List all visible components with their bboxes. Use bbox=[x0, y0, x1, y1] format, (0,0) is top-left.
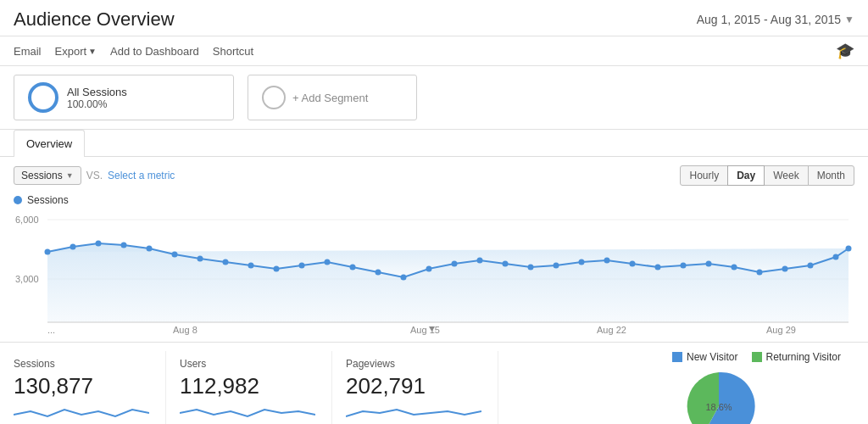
chart-legend: Sessions bbox=[14, 189, 854, 208]
svg-text:Aug 22: Aug 22 bbox=[597, 325, 626, 335]
hourly-button[interactable]: Hourly bbox=[680, 165, 728, 186]
page-title: Audience Overview bbox=[14, 8, 175, 31]
users-wave bbox=[180, 404, 315, 421]
pageviews-wave bbox=[346, 404, 481, 421]
date-range-arrow-icon[interactable]: ▼ bbox=[844, 14, 854, 25]
svg-point-16 bbox=[223, 259, 229, 265]
svg-point-27 bbox=[503, 261, 509, 267]
svg-point-28 bbox=[528, 265, 534, 271]
users-stat: Users 112,982 bbox=[180, 351, 332, 424]
svg-text:3,000: 3,000 bbox=[15, 274, 39, 284]
svg-text:Aug 8: Aug 8 bbox=[173, 325, 198, 335]
add-segment-button[interactable]: + Add Segment bbox=[248, 75, 417, 120]
users-stat-value: 112,982 bbox=[180, 373, 318, 399]
sessions-stat-label: Sessions bbox=[14, 358, 152, 370]
svg-point-22 bbox=[376, 270, 381, 276]
pie-legend: New Visitor Returning Visitor bbox=[672, 351, 841, 363]
svg-point-37 bbox=[757, 270, 763, 276]
svg-point-32 bbox=[630, 261, 636, 267]
sessions-metric-button[interactable]: Sessions ▼ bbox=[14, 166, 81, 185]
svg-text:18.6%: 18.6% bbox=[705, 402, 732, 412]
svg-point-39 bbox=[808, 263, 814, 269]
month-button[interactable]: Month bbox=[808, 165, 854, 186]
svg-point-19 bbox=[299, 263, 305, 269]
svg-text:...: ... bbox=[47, 325, 55, 335]
add-to-dashboard-link[interactable]: Add to Dashboard bbox=[110, 45, 199, 58]
segment-name: All Sessions bbox=[67, 86, 127, 98]
svg-point-33 bbox=[655, 265, 661, 271]
pie-section: New Visitor Returning Visitor 18.6% bbox=[659, 351, 854, 424]
svg-text:Aug 29: Aug 29 bbox=[766, 325, 796, 335]
sessions-wave bbox=[14, 404, 149, 421]
svg-point-34 bbox=[681, 263, 687, 269]
shortcut-link[interactable]: Shortcut bbox=[213, 45, 253, 58]
pageviews-stat: Pageviews 202,791 bbox=[346, 351, 498, 424]
svg-point-40 bbox=[833, 254, 839, 260]
svg-point-14 bbox=[172, 252, 178, 258]
chart-svg: 6,000 3,000 ... Aug 8 Aug 15 Aug 22 Aug … bbox=[14, 208, 854, 342]
returning-visitor-legend-color bbox=[752, 352, 762, 362]
new-visitor-legend: New Visitor bbox=[672, 351, 737, 363]
pageviews-stat-value: 202,791 bbox=[346, 373, 484, 399]
new-visitor-legend-label: New Visitor bbox=[687, 351, 737, 363]
sessions-label: Sessions bbox=[21, 170, 63, 181]
svg-point-9 bbox=[45, 249, 51, 255]
chart-area: Sessions 6,000 3,000 ... Aug 8 Aug 15 Au… bbox=[0, 189, 868, 342]
svg-text:Aug 15: Aug 15 bbox=[410, 325, 440, 335]
svg-point-20 bbox=[325, 259, 331, 265]
date-range-text: Aug 1, 2015 - Aug 31, 2015 bbox=[697, 13, 841, 26]
svg-point-30 bbox=[579, 259, 585, 265]
svg-point-38 bbox=[782, 266, 788, 272]
add-segment-circle-icon bbox=[262, 86, 286, 109]
sessions-stat: Sessions 130,877 bbox=[14, 351, 166, 424]
export-caret-icon: ▼ bbox=[88, 47, 97, 56]
svg-point-23 bbox=[401, 275, 407, 281]
vs-label: VS. bbox=[86, 170, 103, 181]
tab-overview[interactable]: Overview bbox=[14, 130, 85, 157]
svg-point-12 bbox=[121, 243, 127, 248]
day-button[interactable]: Day bbox=[727, 165, 765, 186]
toolbar: Email Export ▼ Add to Dashboard Shortcut… bbox=[0, 36, 868, 66]
sessions-legend-label: Sessions bbox=[27, 194, 69, 206]
select-metric-link[interactable]: Select a metric bbox=[108, 170, 175, 181]
page-header: Audience Overview Aug 1, 2015 - Aug 31, … bbox=[0, 0, 868, 36]
segment-bar: All Sessions 100.00% + Add Segment bbox=[0, 66, 868, 130]
tabs-bar: Overview bbox=[0, 130, 868, 157]
export-link[interactable]: Export ▼ bbox=[55, 45, 97, 58]
svg-point-18 bbox=[274, 266, 280, 272]
sessions-legend-dot bbox=[14, 196, 22, 204]
svg-point-21 bbox=[350, 265, 356, 271]
svg-point-11 bbox=[96, 241, 102, 247]
svg-point-41 bbox=[846, 246, 852, 252]
chart-controls: Sessions ▼ VS. Select a metric Hourly Da… bbox=[0, 157, 868, 189]
svg-point-25 bbox=[452, 261, 458, 267]
svg-point-31 bbox=[604, 258, 610, 264]
graduation-cap-icon[interactable]: 🎓 bbox=[836, 42, 854, 60]
svg-point-26 bbox=[477, 258, 483, 264]
svg-point-10 bbox=[70, 244, 76, 250]
svg-point-24 bbox=[426, 266, 432, 272]
stats-row: Sessions 130,877 Users 112,982 Pageviews… bbox=[0, 342, 868, 424]
pie-chart: 18.6% bbox=[672, 368, 774, 424]
users-stat-label: Users bbox=[180, 358, 318, 370]
svg-point-29 bbox=[554, 263, 559, 269]
metric-caret-icon: ▼ bbox=[66, 171, 74, 180]
returning-visitor-legend: Returning Visitor bbox=[752, 351, 842, 363]
week-button[interactable]: Week bbox=[764, 165, 808, 186]
segment-percentage: 100.00% bbox=[67, 98, 127, 110]
new-visitor-legend-color bbox=[672, 352, 682, 362]
email-link[interactable]: Email bbox=[14, 45, 42, 58]
all-sessions-segment[interactable]: All Sessions 100.00% bbox=[14, 75, 234, 120]
svg-point-15 bbox=[198, 256, 203, 262]
time-buttons: Hourly Day Week Month bbox=[681, 165, 854, 186]
returning-visitor-legend-label: Returning Visitor bbox=[766, 351, 842, 363]
svg-point-36 bbox=[732, 265, 737, 271]
svg-point-17 bbox=[248, 263, 254, 269]
date-range: Aug 1, 2015 - Aug 31, 2015 ▼ bbox=[697, 13, 854, 26]
svg-point-35 bbox=[706, 261, 712, 267]
pageviews-stat-label: Pageviews bbox=[346, 358, 484, 370]
svg-text:6,000: 6,000 bbox=[15, 215, 39, 225]
add-segment-label: + Add Segment bbox=[292, 92, 368, 104]
segment-circle-icon bbox=[28, 82, 58, 113]
svg-point-13 bbox=[147, 246, 153, 252]
